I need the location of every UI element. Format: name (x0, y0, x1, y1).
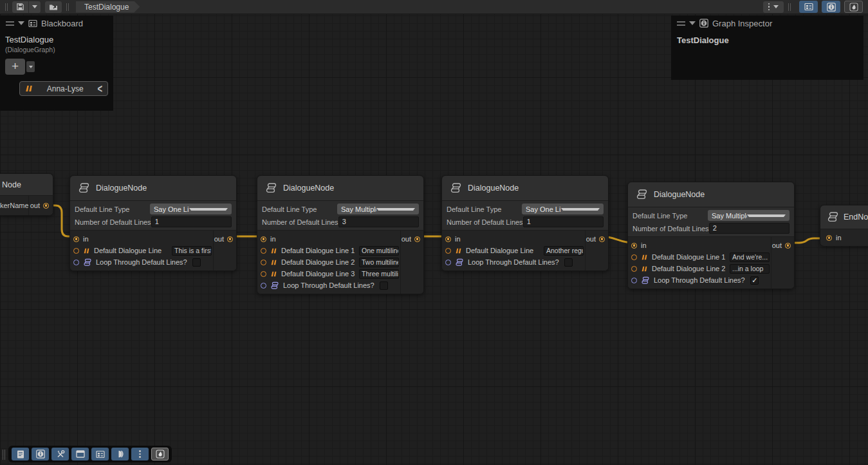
dialogue-line-field[interactable]: This is a first (172, 246, 212, 256)
save-button[interactable] (12, 1, 28, 13)
collapse-icon[interactable] (18, 21, 24, 25)
dialogue-line-port[interactable] (631, 254, 637, 260)
line-type-dropdown[interactable]: Say One Line (522, 204, 604, 214)
dialogue-node-icon (827, 211, 839, 223)
blackboard-header[interactable]: Blackboard (0, 15, 113, 31)
out-port[interactable] (414, 236, 420, 242)
dialogue-line-field[interactable]: Another regu (544, 246, 584, 256)
in-port[interactable] (261, 236, 266, 242)
dock-tools-button[interactable] (51, 448, 69, 460)
collapse-icon[interactable] (689, 21, 696, 25)
node-end[interactable]: EndNode in (820, 205, 868, 246)
dialogue-line-port[interactable] (631, 266, 637, 272)
kebab-icon (768, 3, 770, 11)
node-dialogue-3[interactable]: DialogueNode Default Line Type Say One L… (441, 175, 609, 271)
node-start-stub[interactable]: Node kerName out (0, 173, 53, 216)
loop-bubbles-icon (455, 258, 464, 267)
breadcrumb-graph[interactable]: TestDialogue (76, 1, 140, 13)
dialogue-line-field[interactable]: ...in a loop (730, 264, 770, 274)
in-port-label: in (836, 234, 842, 242)
dialogue-line-field[interactable]: And we're... (730, 252, 770, 262)
dialogue-line-port[interactable] (261, 271, 266, 277)
flame-icon (156, 450, 165, 459)
open-asset-button[interactable] (45, 1, 62, 13)
dialogue-line-port[interactable] (445, 248, 451, 254)
dock-flame-button[interactable] (151, 448, 169, 460)
quote-icon (270, 248, 277, 254)
node-title: EndNode (844, 213, 868, 222)
dialogue-line-port[interactable] (261, 260, 266, 265)
out-port-label: out (772, 242, 782, 249)
node-dialogue-2[interactable]: DialogueNode Default Line Type Say Multi… (257, 175, 424, 294)
field-expand-icon[interactable]: < (97, 82, 102, 95)
graph-inspector-selection: TestDialogue (671, 31, 863, 50)
num-lines-field[interactable]: 2 (709, 223, 790, 234)
dialogue-line-field[interactable]: Two multiline (359, 258, 399, 267)
line-type-dropdown[interactable]: Say Multiple Lines (337, 204, 419, 214)
num-lines-field[interactable]: 1 (523, 216, 604, 227)
loop-checkbox[interactable] (380, 281, 388, 290)
drag-handle-icon[interactable] (6, 21, 14, 26)
flame-icon (849, 3, 858, 12)
document-icon (17, 450, 24, 459)
num-lines-field[interactable]: 1 (151, 216, 232, 227)
graph-inspector-header[interactable]: Graph Inspector (671, 15, 863, 31)
out-port[interactable] (227, 236, 233, 242)
in-port[interactable] (631, 243, 637, 249)
chevron-down-icon (747, 214, 786, 217)
dialogue-line-field[interactable]: Three multilin (359, 269, 399, 279)
save-options-button[interactable] (29, 1, 41, 13)
loop-checkbox[interactable] (192, 258, 201, 267)
add-property-options-button[interactable] (26, 61, 35, 72)
chevron-down-icon (32, 5, 37, 8)
node-title: DialogueNode (654, 190, 705, 199)
in-port[interactable] (445, 236, 451, 242)
loop-port[interactable] (261, 283, 266, 289)
drag-handle-icon[interactable] (677, 21, 685, 26)
dialogue-node-icon (78, 182, 90, 194)
in-port[interactable] (826, 235, 832, 241)
port-label: Default Dialogue Line (466, 247, 533, 254)
preview-toggle-button[interactable] (844, 1, 863, 13)
out-port[interactable] (785, 243, 791, 249)
node-dialogue-4[interactable]: DialogueNode Default Line Type Say Multi… (627, 182, 795, 289)
toolbar-drag-handle[interactable] (5, 3, 8, 11)
blackboard-panel: Blackboard TestDialogue (DialogueGraph) … (0, 15, 113, 111)
blackboard-toggle-button[interactable] (799, 1, 818, 13)
dropdown-value: Say One Line (526, 205, 561, 213)
out-port[interactable] (599, 236, 605, 242)
graph-inspector-toggle-button[interactable] (822, 1, 840, 13)
quote-icon (455, 248, 462, 254)
graph-canvas[interactable]: { "toolbar": { "breadcrumb": "TestDialog… (0, 0, 868, 465)
save-icon (16, 3, 24, 11)
dock-preview-button[interactable] (111, 448, 129, 460)
loop-checkbox[interactable] (750, 276, 759, 285)
dock-notes-button[interactable] (12, 448, 29, 460)
dock-blackboard-button[interactable] (91, 448, 109, 460)
dialogue-line-port[interactable] (261, 248, 266, 254)
dialogue-line-port[interactable] (73, 248, 79, 254)
loop-checkbox[interactable] (564, 258, 573, 267)
in-port[interactable] (73, 236, 79, 242)
out-port[interactable] (43, 203, 49, 209)
loop-port[interactable] (73, 260, 79, 265)
dock-inspector-button[interactable] (32, 448, 49, 460)
line-type-dropdown[interactable]: Say One Line (150, 204, 232, 214)
dock-drag-handle[interactable] (3, 450, 5, 460)
blackboard-graph-name: TestDialogue (5, 35, 108, 44)
dock-window-button[interactable] (71, 448, 89, 460)
blackboard-field-anna-lyse[interactable]: Anna-Lyse < (19, 81, 108, 96)
dialogue-line-field[interactable]: One multiline (359, 246, 399, 256)
add-property-button[interactable]: + (5, 59, 25, 75)
node-dialogue-1[interactable]: DialogueNode Default Line Type Say One L… (69, 175, 237, 271)
prop-label: Number of Default Lines (633, 225, 709, 232)
blackboard-title: Blackboard (41, 19, 83, 28)
loop-port[interactable] (631, 278, 637, 283)
field-name: Anna-Lyse (37, 84, 93, 93)
dock-more-button[interactable] (131, 448, 149, 460)
loop-port[interactable] (445, 260, 451, 265)
more-options-button[interactable] (763, 1, 784, 13)
num-lines-field[interactable]: 3 (338, 216, 419, 227)
prop-label: Number of Default Lines (75, 218, 151, 226)
line-type-dropdown[interactable]: Say Multiple Lines (708, 210, 790, 221)
